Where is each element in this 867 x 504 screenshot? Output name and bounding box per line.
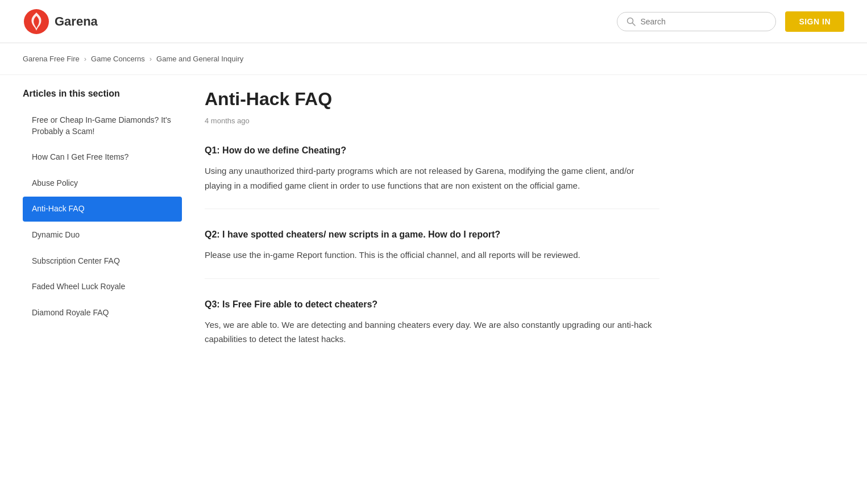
breadcrumb-item-game-concerns[interactable]: Game Concerns <box>91 55 145 63</box>
sidebar-item-anti-hack[interactable]: Anti-Hack FAQ <box>23 197 182 222</box>
sidebar-item-free-or-cheap[interactable]: Free or Cheap In-Game Diamonds? It's Pro… <box>23 108 182 144</box>
search-box[interactable] <box>617 12 776 31</box>
article-meta: 4 months ago <box>205 116 659 125</box>
breadcrumb-sep-1: › <box>84 55 86 63</box>
faq-answer-3: Yes, we are able to. We are detecting an… <box>205 318 659 347</box>
breadcrumb: Garena Free Fire › Game Concerns › Game … <box>0 43 867 75</box>
divider-1 <box>205 209 659 209</box>
svg-line-2 <box>633 23 636 26</box>
breadcrumb-item-home[interactable]: Garena Free Fire <box>23 55 80 63</box>
main-content: Articles in this section Free or Cheap I… <box>0 75 682 369</box>
sidebar: Articles in this section Free or Cheap I… <box>23 75 182 369</box>
sidebar-item-dynamic-duo[interactable]: Dynamic Duo <box>23 223 182 248</box>
sidebar-item-diamond-royale[interactable]: Diamond Royale FAQ <box>23 301 182 326</box>
faq-answer-1: Using any unauthorized third-party progr… <box>205 164 659 193</box>
faq-question-3: Q3: Is Free Fire able to detect cheaters… <box>205 299 659 310</box>
breadcrumb-item-current: Game and General Inquiry <box>156 55 243 63</box>
sidebar-item-subscription-center[interactable]: Subscription Center FAQ <box>23 249 182 274</box>
faq-answer-2: Please use the in-game Report function. … <box>205 248 659 263</box>
garena-logo-icon <box>23 8 50 35</box>
sidebar-item-faded-wheel[interactable]: Faded Wheel Luck Royale <box>23 274 182 299</box>
header: Garena SIGN IN <box>0 0 867 43</box>
breadcrumb-sep-2: › <box>150 55 152 63</box>
faq-question-1: Q1: How do we define Cheating? <box>205 145 659 156</box>
sidebar-title: Articles in this section <box>23 89 182 99</box>
sign-in-button[interactable]: SIGN IN <box>785 11 844 32</box>
sidebar-item-abuse-policy[interactable]: Abuse Policy <box>23 171 182 196</box>
logo-text: Garena <box>55 14 98 29</box>
divider-2 <box>205 278 659 279</box>
faq-question-2: Q2: I have spotted cheaters/ new scripts… <box>205 230 659 240</box>
article-title: Anti-Hack FAQ <box>205 89 659 110</box>
article-content: Anti-Hack FAQ 4 months ago Q1: How do we… <box>205 75 659 369</box>
search-icon <box>627 17 636 26</box>
header-right: SIGN IN <box>617 11 844 32</box>
search-input[interactable] <box>640 17 766 26</box>
logo[interactable]: Garena <box>23 8 98 35</box>
sidebar-item-free-items[interactable]: How Can I Get Free Items? <box>23 145 182 170</box>
